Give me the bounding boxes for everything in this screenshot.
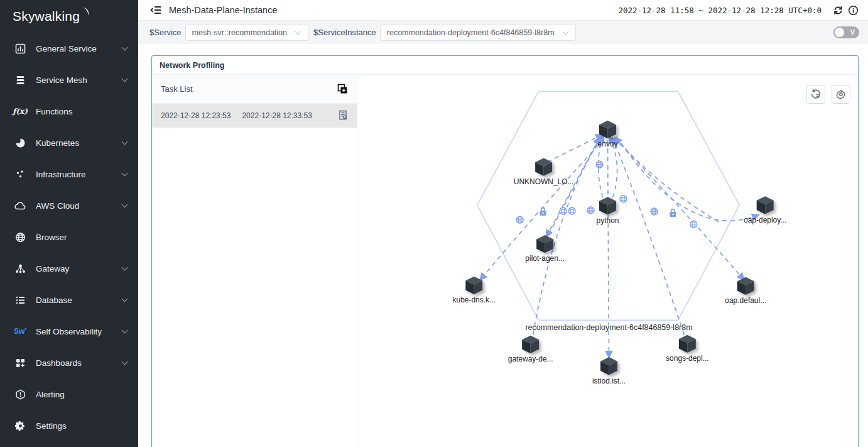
- create-task-button[interactable]: [337, 84, 348, 94]
- chevron-down-icon: [122, 264, 128, 270]
- cloud-icon: [13, 201, 28, 211]
- collapse-sidebar-icon[interactable]: [149, 4, 162, 16]
- sidebar-item-dashboards[interactable]: Dashboards: [0, 347, 138, 378]
- toggle-label: V: [850, 28, 855, 36]
- graph-node-label: pilot-agen...: [525, 254, 565, 263]
- sidebar-item-self-observability[interactable]: SwʹSelf Observability: [0, 316, 138, 347]
- sidebar-item-gateway[interactable]: Gateway: [0, 253, 138, 284]
- service-instance-select[interactable]: recommendation-deployment-6c4f846859-l8r…: [380, 24, 576, 41]
- graph-node-label: oap.defaul...: [725, 296, 766, 305]
- graph-edge: [616, 136, 757, 221]
- filter-bar: $Service mesh-svr::recommendation $Servi…: [138, 21, 868, 44]
- version-toggle[interactable]: V: [833, 26, 859, 38]
- alert-icon: [13, 389, 28, 400]
- graph-node-label: UNKNOWN_LO...: [514, 177, 574, 186]
- graph-node-label: istiod.ist...: [592, 376, 626, 385]
- sidebar: Skywalking General ServiceService Meshƒ(…: [0, 0, 138, 447]
- info-icon[interactable]: [847, 4, 859, 16]
- sidebar-item-browser[interactable]: Browser: [0, 221, 138, 253]
- main-area: Mesh-Data-Plane-Instance 2022-12-28 11:5…: [138, 0, 868, 447]
- tls-lock-icon: [670, 209, 676, 217]
- task-list: Task List 2022-12-28 12:23:53 2022-12-28…: [152, 75, 357, 447]
- http-globe-icon: [596, 161, 603, 168]
- app-logo-text: Skywalking: [13, 9, 80, 24]
- crescent-icon: [81, 5, 91, 20]
- chevron-down-icon: [122, 44, 128, 50]
- sidebar-item-label: Database: [36, 295, 122, 305]
- http-globe-icon: [560, 207, 567, 214]
- sidebar-item-label: Browser: [36, 233, 122, 242]
- refresh-icon[interactable]: [832, 4, 844, 16]
- sidebar-item-general-service[interactable]: General Service: [0, 33, 138, 64]
- chevron-down-icon: [122, 295, 128, 302]
- time-range[interactable]: 2022-12-28 11:58 ~ 2022-12-28 12:28 UTC+…: [618, 6, 822, 15]
- sidebar-item-database[interactable]: Database: [0, 284, 138, 316]
- panel-title: Network Profiling: [152, 56, 858, 75]
- mesh-icon: [13, 75, 28, 86]
- task-detail-icon[interactable]: [338, 110, 348, 122]
- graph-node-label: songs-depl...: [666, 354, 709, 363]
- http-globe-icon: [620, 196, 627, 202]
- chevron-down-icon: [295, 28, 301, 35]
- sidebar-item-label: Kubernetes: [36, 138, 122, 148]
- sidebar-item-label: Infrastructure: [36, 170, 122, 179]
- graph-node-oap-deploy[interactable]: oap-deploy...: [744, 196, 786, 224]
- sidebar-item-alerting[interactable]: Alerting: [0, 378, 138, 410]
- dashboards-icon: [13, 358, 28, 368]
- service-instance-select-value: recommendation-deployment-6c4f846859-l8r…: [387, 28, 555, 37]
- graph-node-kube-dns[interactable]: kube-dns.k...: [452, 277, 496, 304]
- service-select[interactable]: mesh-svr::recommendation: [185, 24, 308, 41]
- topology-graph[interactable]: recommendation-deployment-6c4f846859-l8r…: [357, 75, 858, 447]
- graph-node-gateway[interactable]: gateway-de...: [508, 336, 553, 363]
- sidebar-item-service-mesh[interactable]: Service Mesh: [0, 64, 138, 96]
- task-details-button[interactable]: [806, 85, 825, 104]
- chevron-down-icon: [562, 28, 568, 35]
- graph-node-label: envoy: [598, 140, 618, 148]
- chevron-down-icon: [122, 327, 128, 333]
- chevron-down-icon: [122, 170, 128, 176]
- task-start-time: 2022-12-28 12:23:53: [161, 111, 231, 120]
- task-end-time: 2022-12-28 12:33:53: [242, 111, 312, 120]
- sidebar-item-infrastructure[interactable]: Infrastructure: [0, 158, 138, 190]
- chevron-down-icon: [122, 358, 128, 365]
- chart-icon: [13, 43, 28, 54]
- chevron-down-icon: [122, 138, 128, 145]
- fx-icon: ƒ(x): [13, 107, 28, 116]
- sidebar-item-functions[interactable]: ƒ(x)Functions: [0, 96, 138, 127]
- graph-node-pilot-agent[interactable]: pilot-agen...: [525, 235, 565, 263]
- chevron-down-icon: [122, 201, 128, 207]
- graph-node-songs[interactable]: songs-depl...: [666, 335, 709, 363]
- service-label: $Service: [149, 28, 182, 37]
- service-select-value: mesh-svr::recommendation: [192, 28, 287, 37]
- sidebar-item-label: Dashboards: [36, 358, 122, 368]
- page-title: Mesh-Data-Plane-Instance: [169, 5, 277, 15]
- graph-node-unknown[interactable]: UNKNOWN_LO...: [514, 158, 574, 186]
- graph-node-istiod[interactable]: istiod.ist...: [592, 357, 626, 385]
- sidebar-item-label: Self Observability: [36, 327, 122, 336]
- top-bar: Mesh-Data-Plane-Instance 2022-12-28 11:5…: [138, 0, 868, 21]
- graph-node-python[interactable]: python: [597, 197, 619, 224]
- sidebar-item-label: AWS Cloud: [36, 201, 122, 211]
- graph-edge: [613, 139, 684, 335]
- sidebar-item-label: General Service: [36, 44, 122, 53]
- graph-svg: recommendation-deployment-6c4f846859-l8r…: [357, 75, 858, 447]
- graph-settings-button[interactable]: [832, 85, 850, 104]
- infra-icon: [13, 169, 28, 180]
- graph-node-label: python: [597, 216, 619, 225]
- graph-node-oap-default[interactable]: oap.defaul...: [725, 277, 766, 305]
- chevron-down-icon: [122, 75, 128, 82]
- sidebar-item-kubernetes[interactable]: Kubernetes: [0, 127, 138, 158]
- http-globe-icon: [587, 207, 594, 214]
- sidebar-item-settings[interactable]: Settings: [0, 410, 138, 441]
- sidebar-item-aws-cloud[interactable]: AWS Cloud: [0, 190, 138, 221]
- task-list-header: Task List: [161, 84, 193, 94]
- database-icon: [13, 295, 28, 306]
- sidebar-nav: General ServiceService Meshƒ(x)Functions…: [0, 33, 138, 441]
- task-row[interactable]: 2022-12-28 12:23:53 2022-12-28 12:33:53: [152, 104, 357, 128]
- tls-lock-icon: [540, 208, 546, 216]
- graph-node-label: oap-deploy...: [744, 216, 786, 224]
- graph-node-envoy[interactable]: envoy: [598, 121, 618, 148]
- sidebar-item-label: Alerting: [36, 390, 122, 399]
- sidebar-item-label: Settings: [36, 421, 122, 431]
- service-instance-label: $ServiceInstance: [313, 28, 376, 37]
